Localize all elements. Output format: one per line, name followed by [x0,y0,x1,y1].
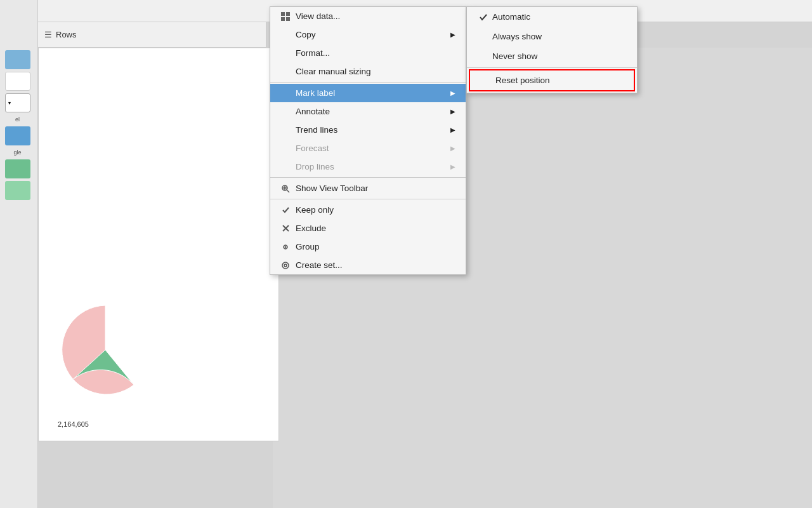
menu-label-format: Format... [296,48,330,58]
zoom-icon [278,184,293,193]
pie-label: 2,164,605 [58,420,89,428]
menu-label-show-toolbar: Show View Toolbar [296,184,368,193]
separator-3 [270,199,466,199]
copy-arrow: ▶ [450,31,455,38]
submenu-mark-label: Automatic Always show Never show Reset p… [466,6,638,93]
separator-2 [270,177,466,178]
menu-item-create-set[interactable]: Create set... [270,256,466,274]
menu-item-show-toolbar[interactable]: Show View Toolbar [270,179,466,197]
svg-rect-3 [286,17,290,21]
menu-label-clear-sizing: Clear manual sizing [296,67,371,76]
menu-label-create-set: Create set... [296,260,343,270]
menu-label-trend-lines: Trend lines [296,125,337,135]
svg-point-12 [284,264,287,267]
sidebar-label-1: el [5,115,30,124]
sidebar-item-3 [5,126,30,145]
pie-chart [51,299,159,401]
submenu-label-always-show: Always show [492,32,542,41]
rows-label: Rows [56,30,77,39]
sidebar-item-dropdown[interactable]: ▾ [5,93,30,112]
forecast-arrow: ▶ [450,145,455,152]
rows-header: ☰ Rows [38,22,266,48]
menu-item-view-data[interactable]: View data... [270,7,466,25]
annotate-arrow: ▶ [450,108,455,115]
menu-label-group: Group [296,242,320,251]
svg-point-11 [282,262,289,269]
checkmark-icon [475,13,492,22]
menu-item-format[interactable]: Format... [270,44,466,62]
menu-item-group[interactable]: Group [270,237,466,256]
svg-rect-2 [281,17,285,21]
sidebar-item-1 [5,50,30,69]
trend-lines-arrow: ▶ [450,126,455,133]
submenu-item-automatic[interactable]: Automatic [467,7,637,27]
drop-lines-arrow: ▶ [450,163,455,170]
menu-item-mark-label[interactable]: Mark label ▶ [270,84,466,102]
svg-rect-1 [286,12,290,16]
mark-label-arrow: ▶ [450,90,455,97]
menu-item-annotate[interactable]: Annotate ▶ [270,102,466,121]
svg-point-10 [285,246,287,248]
chart-area: 2,164,605 [38,48,279,441]
rows-icon: ☰ [44,30,52,39]
context-menu: View data... Copy ▶ Format... Clear manu… [270,6,466,275]
menu-label-exclude: Exclude [296,224,326,233]
check-icon [278,206,293,214]
menu-item-forecast[interactable]: Forecast ▶ [270,139,466,157]
submenu-label-never-show: Never show [492,51,537,61]
submenu-label-reset-position: Reset position [495,76,550,85]
submenu-item-never-show[interactable]: Never show [467,46,637,66]
circle-icon [278,261,293,270]
menu-label-view-data: View data... [296,11,340,21]
svg-line-5 [287,190,289,192]
menu-item-clear-sizing[interactable]: Clear manual sizing [270,62,466,81]
pie-container [51,299,159,403]
submenu-item-reset-position[interactable]: Reset position [469,69,635,91]
sidebar-item-4 [5,159,30,178]
menu-item-exclude[interactable]: Exclude [270,219,466,237]
menu-label-mark-label: Mark label [296,88,335,98]
menu-label-keep-only: Keep only [296,205,334,215]
menu-label-forecast: Forecast [296,144,329,153]
submenu-label-automatic: Automatic [492,12,530,22]
menu-item-drop-lines[interactable]: Drop lines ▶ [270,157,466,176]
menu-label-annotate: Annotate [296,107,330,116]
left-sidebar: ▾ el gle [0,0,38,508]
menu-label-drop-lines: Drop lines [296,162,334,171]
x-icon [278,224,293,232]
sidebar-items: ▾ el gle [0,48,35,203]
menu-item-trend-lines[interactable]: Trend lines ▶ [270,121,466,139]
menu-item-copy[interactable]: Copy ▶ [270,25,466,44]
separator-1 [270,82,466,83]
sidebar-item-2 [5,72,30,91]
menu-item-keep-only[interactable]: Keep only [270,201,466,219]
submenu-item-always-show[interactable]: Always show [467,27,637,46]
menu-label-copy: Copy [296,30,316,39]
sidebar-item-5 [5,181,30,200]
grid-icon [278,12,293,21]
sidebar-label-2: gle [5,148,30,157]
submenu-separator [467,67,637,68]
link-icon [278,243,293,251]
svg-rect-0 [281,12,285,16]
